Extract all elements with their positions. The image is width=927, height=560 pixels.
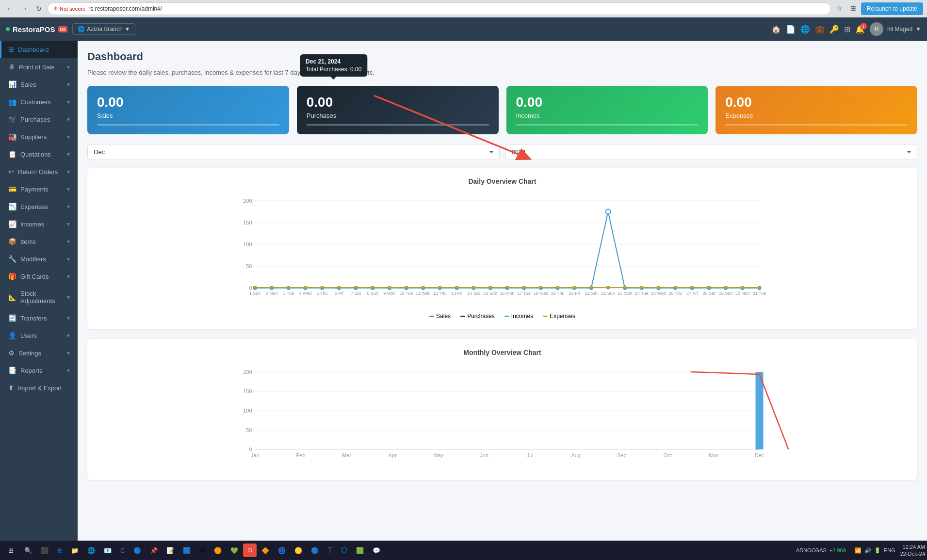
- year-filter[interactable]: 202220232024: [505, 144, 918, 160]
- sidebar-item-users[interactable]: 👤 Users ▼: [0, 327, 78, 344]
- sidebar-item-expenses[interactable]: 📉 Expenses ▼: [0, 198, 78, 215]
- taskbar-app12[interactable]: 🔶: [258, 542, 273, 559]
- monthly-chart-wrapper: 050100150200JanFebMarAprMayJunJulAugSepO…: [97, 362, 908, 470]
- sidebar-item-transfers[interactable]: 🔄 Transfers ▼: [0, 309, 78, 327]
- grid-icon[interactable]: ⊞: [844, 25, 850, 34]
- incomes-legend-dot: [504, 316, 509, 317]
- sidebar-item-customers[interactable]: 👥 Customers ▼: [0, 93, 78, 111]
- sidebar-label-settings: Settings: [18, 350, 41, 357]
- bookmark-button[interactable]: ☆: [834, 2, 846, 14]
- taskbar-app1[interactable]: 🌐: [83, 542, 99, 559]
- chevron-icon-suppliers: ▼: [66, 134, 71, 140]
- sidebar-label-incomes: Incomes: [20, 221, 44, 228]
- relaunch-button[interactable]: Relaunch to update: [861, 2, 923, 15]
- svg-rect-151: [472, 286, 475, 289]
- taskbar-edge[interactable]: e: [53, 542, 66, 559]
- sidebar-item-modifiers[interactable]: 🔧 Modifiers ▼: [0, 250, 78, 268]
- taskbar-app14[interactable]: 🔵: [307, 542, 323, 559]
- svg-rect-148: [422, 286, 424, 289]
- speaker-icon[interactable]: 🔊: [864, 547, 871, 554]
- sidebar-item-gift-cards[interactable]: 🎁 Gift Cards ▼: [0, 268, 78, 285]
- svg-text:28 Sat: 28 Sat: [702, 291, 716, 296]
- sidebar-item-settings[interactable]: ⚙ Settings ▼: [0, 344, 78, 362]
- svg-text:24 Tue: 24 Tue: [635, 291, 649, 296]
- taskbar-app7[interactable]: 🟦: [179, 542, 195, 559]
- svg-text:3 Tue: 3 Tue: [283, 291, 294, 296]
- battery-icon[interactable]: 🔋: [874, 547, 881, 554]
- app-bar: RestoraPOS us 🌐 Azizia Branch ▼ 🏠 📄 🌐 💼 …: [0, 17, 927, 41]
- sidebar-item-import-export[interactable]: ⬆ Import & Export: [0, 379, 78, 397]
- taskbar-search[interactable]: 🔍: [20, 542, 36, 559]
- extensions-button[interactable]: ⊞: [847, 2, 859, 14]
- chevron-icon-return-orders: ▼: [66, 169, 71, 175]
- document-icon[interactable]: 📄: [786, 25, 796, 34]
- sidebar-item-point-of-sale[interactable]: 🖥 Point of Sale ▼: [0, 58, 78, 76]
- taskbar-app4[interactable]: 🔵: [130, 542, 145, 559]
- taskbar-app10[interactable]: 💚: [227, 542, 242, 559]
- taskbar-app13[interactable]: 🌀: [274, 542, 290, 559]
- svg-point-66: [606, 209, 611, 214]
- chevron-icon-users: ▼: [66, 333, 71, 338]
- home-icon[interactable]: 🏠: [771, 25, 781, 34]
- svg-rect-166: [724, 286, 727, 289]
- taskbar-teams[interactable]: T: [324, 542, 336, 559]
- browser-bar: ← → ↻ ! Not secure rs.restoraposqr.com/a…: [0, 0, 927, 17]
- taskbar-chrome[interactable]: 🟡: [291, 542, 306, 559]
- language-indicator: ENG: [884, 547, 895, 553]
- forward-button[interactable]: →: [18, 3, 30, 15]
- stat-label-incomes: Incomes: [516, 112, 699, 119]
- sidebar-item-dashboard[interactable]: ⊞ Dashboard: [0, 41, 78, 58]
- address-bar[interactable]: ! Not secure rs.restoraposqr.com/admin#/: [48, 2, 831, 15]
- sidebar-item-incomes[interactable]: 📈 Incomes ▼: [0, 215, 78, 233]
- sidebar-item-sales[interactable]: 📊 Sales ▼: [0, 76, 78, 93]
- svg-rect-161: [640, 286, 643, 289]
- taskbar-app8[interactable]: ⚙: [195, 542, 209, 559]
- filters-row: JanFebMarAprMayJunJulAugSepOctNovDec 202…: [87, 144, 917, 160]
- start-button[interactable]: ⊞: [2, 542, 19, 559]
- wifi-icon[interactable]: 📶: [855, 547, 862, 554]
- sidebar-item-items[interactable]: 📦 Items ▼: [0, 233, 78, 250]
- key-icon[interactable]: 🔑: [829, 25, 839, 34]
- taskbar-app5[interactable]: 📌: [146, 542, 162, 559]
- sidebar-label-users: Users: [20, 332, 37, 339]
- taskbar-app6[interactable]: 📝: [163, 542, 178, 559]
- wallet-icon[interactable]: 💼: [815, 25, 825, 34]
- taskbar-clock: 12:24 AM 22-Dec-24: [900, 544, 925, 558]
- sidebar-label-import-export: Import & Export: [18, 384, 62, 392]
- taskbar-app2[interactable]: 📧: [100, 542, 115, 559]
- sidebar-item-quotations[interactable]: 📋 Quotations ▼: [0, 145, 78, 163]
- svg-rect-155: [539, 286, 542, 289]
- sidebar-icon-settings: ⚙: [8, 349, 15, 357]
- chevron-icon-items: ▼: [66, 239, 71, 244]
- month-filter[interactable]: JanFebMarAprMayJunJulAugSepOctNovDec: [87, 144, 500, 160]
- taskbar-app11[interactable]: S: [243, 544, 257, 557]
- sidebar-item-stock-adjustments[interactable]: 📐 Stock Adjustments ▼: [0, 285, 78, 309]
- svg-text:0: 0: [249, 447, 252, 452]
- stat-value-purchases: 0.00: [307, 95, 489, 110]
- user-menu[interactable]: H Hil Maged ▼: [870, 22, 921, 36]
- svg-rect-157: [573, 286, 576, 289]
- svg-rect-140: [287, 286, 290, 289]
- svg-text:Jul: Jul: [527, 452, 534, 458]
- taskbar-app15[interactable]: 🟩: [352, 542, 368, 559]
- sidebar-item-payments[interactable]: 💳 Payments ▼: [0, 180, 78, 198]
- taskbar-outlook[interactable]: O: [337, 542, 351, 559]
- reload-button[interactable]: ↻: [33, 3, 45, 15]
- sidebar-icon-transfers: 🔄: [8, 314, 16, 322]
- sidebar-item-purchases[interactable]: 🛒 Purchases ▼: [0, 111, 78, 128]
- taskbar-app9[interactable]: 🟠: [210, 542, 226, 559]
- taskbar-folder[interactable]: 📁: [67, 542, 82, 559]
- sidebar-item-return-orders[interactable]: ↩ Return Orders ▼: [0, 163, 78, 180]
- branch-selector[interactable]: 🌐 Azizia Branch ▼: [72, 23, 135, 35]
- chevron-icon-point-of-sale: ▼: [66, 64, 71, 70]
- back-button[interactable]: ←: [4, 3, 16, 15]
- sidebar-label-transfers: Transfers: [20, 315, 47, 322]
- taskbar-app16[interactable]: 💬: [369, 542, 384, 559]
- taskbar-app3[interactable]: C: [116, 542, 129, 559]
- notification-icon[interactable]: 🔔 1: [855, 25, 865, 34]
- taskbar-task-view[interactable]: ⬛: [37, 542, 52, 559]
- globe-icon2[interactable]: 🌐: [800, 25, 810, 34]
- svg-text:4 Wed: 4 Wed: [299, 291, 312, 296]
- sidebar-item-reports[interactable]: 📑 Reports ▼: [0, 362, 78, 379]
- sidebar-item-suppliers[interactable]: 🏭 Suppliers ▼: [0, 128, 78, 145]
